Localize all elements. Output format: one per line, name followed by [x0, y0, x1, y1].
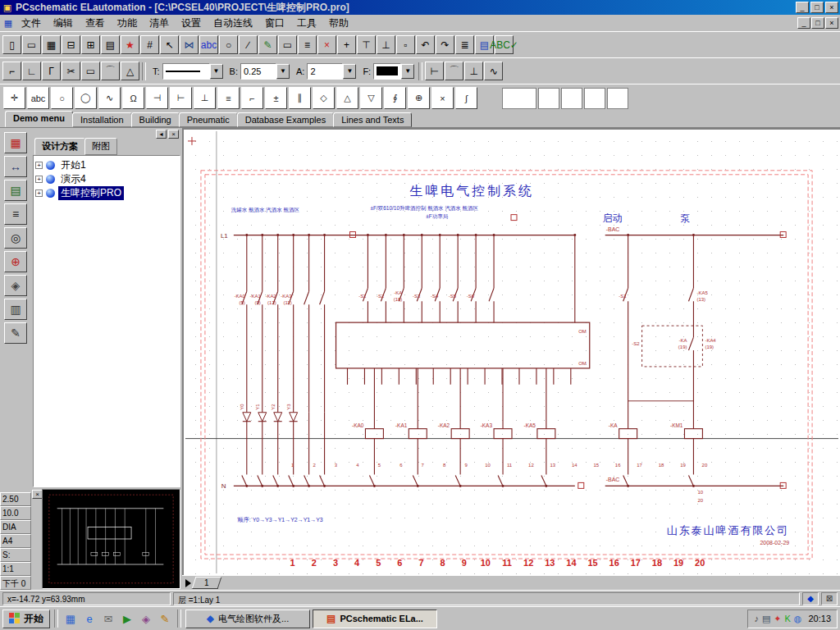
dismiss-icon[interactable]: ⊠	[821, 592, 838, 605]
symbol-button[interactable]: ∿	[98, 87, 121, 109]
symbol-button[interactable]: ⊢	[170, 87, 192, 109]
symbol-menu-tab[interactable]: Pneumatic	[179, 112, 238, 127]
symbol-button[interactable]: ⌐	[241, 87, 263, 109]
menu-item[interactable]: 自动连线	[208, 15, 258, 32]
mdi-restore-button[interactable]: □	[811, 17, 824, 29]
symbol-menu-tab[interactable]: Database Examples	[237, 112, 334, 127]
arc-line-tool[interactable]: ⌒	[445, 62, 463, 80]
expander-icon[interactable]: +	[35, 176, 43, 183]
symbol-button[interactable]: ◯	[75, 87, 97, 109]
area-tool-button[interactable]: ▭	[278, 35, 297, 54]
schematic-canvas[interactable]: 生啤电气控制系统洗罐水 瓶酒水 汽酒水 瓶酒区±F/双610/10升啤酒控制 瓶…	[182, 128, 840, 575]
arc-tool[interactable]: ⌒	[101, 62, 120, 80]
line-width-combo[interactable]: B: 0.25 ▼	[227, 63, 290, 80]
object-list-button[interactable]: ≡	[4, 203, 27, 225]
pan-button[interactable]: ↔	[4, 156, 27, 177]
crosshair-button[interactable]: ⊕	[4, 251, 27, 272]
expander-icon[interactable]: +	[35, 162, 43, 169]
snap-grid-button[interactable]: ▦	[4, 132, 27, 153]
polyline-tool[interactable]: ⌐	[2, 62, 21, 80]
network-icon[interactable]: ◍	[794, 614, 802, 624]
symbol-generator-button[interactable]: ★	[121, 35, 139, 54]
rotate-button[interactable]: ◈	[4, 275, 27, 296]
potential-tool[interactable]: ⊥	[464, 62, 483, 80]
symbol-button[interactable]: ⊥	[194, 87, 216, 109]
symbol-button[interactable]: ◇	[313, 87, 335, 109]
line-type-combo[interactable]: T: ▼	[150, 63, 223, 80]
sidebar-tab[interactable]: 设计方案	[34, 138, 85, 155]
expander-icon[interactable]: +	[35, 189, 43, 197]
symbol-button[interactable]: ×	[431, 87, 454, 109]
notes-button[interactable]: ▥	[4, 299, 27, 320]
page-tab[interactable]: 1	[192, 577, 221, 589]
move-button[interactable]: +	[337, 35, 356, 54]
menu-item[interactable]: 帮助	[323, 15, 354, 32]
symbol-button[interactable]: ○	[51, 87, 73, 109]
menu-item[interactable]: 窗口	[259, 15, 290, 32]
dock-button[interactable]: ◂	[156, 130, 167, 139]
symbol-button[interactable]: ▽	[360, 87, 382, 109]
angle-combo[interactable]: A: 2 ▼	[294, 63, 356, 80]
reference-button[interactable]: ⊤	[357, 35, 376, 54]
menu-item[interactable]: 工具	[291, 15, 322, 32]
triangle-tool[interactable]: △	[121, 62, 139, 80]
symbol-button[interactable]: ⊣	[146, 87, 168, 109]
symbol-slot[interactable]	[502, 88, 536, 109]
symbol-button[interactable]: ✛	[3, 87, 25, 109]
symbol-slot[interactable]	[561, 88, 582, 109]
mdi-minimize-button[interactable]: _	[797, 17, 810, 29]
symbol-button[interactable]: abc	[27, 87, 49, 109]
wave-tool[interactable]: ∿	[484, 62, 503, 80]
line-tool-button[interactable]: ∕	[239, 35, 258, 54]
grid-button[interactable]: #	[140, 35, 159, 54]
menu-item[interactable]: 清单	[144, 15, 175, 32]
show-desktop-icon[interactable]: ▦	[62, 610, 79, 627]
symbol-menu-tab[interactable]: Installation	[72, 112, 132, 127]
symbol-button[interactable]: ∥	[289, 87, 311, 109]
open-button[interactable]: ▭	[22, 35, 41, 54]
text-tool-button[interactable]: abc	[199, 35, 218, 54]
pointer-button[interactable]: ↖	[160, 35, 179, 54]
close-button[interactable]: ×	[825, 2, 838, 13]
browser-icon[interactable]: e	[81, 610, 98, 627]
symbol-button[interactable]: ≡	[217, 87, 240, 109]
object-list-button[interactable]: ≣	[455, 35, 474, 54]
angle-dropdown-icon[interactable]: ▼	[343, 64, 356, 79]
symbol-button[interactable]: ∫	[455, 87, 477, 109]
edit-button[interactable]: ✎	[4, 322, 27, 344]
corner-tool[interactable]: ∟	[22, 62, 41, 80]
symbol-button[interactable]: △	[336, 87, 358, 109]
symbol-browser-button[interactable]: ⋈	[180, 35, 199, 54]
spell-check-button[interactable]: ABC✓	[495, 35, 514, 54]
symbol-slot[interactable]	[584, 88, 605, 109]
color-combo[interactable]: F: ▼	[360, 63, 414, 80]
minimize-button[interactable]: _	[796, 2, 809, 13]
cut-tool[interactable]: ✂	[62, 62, 80, 80]
zoom-button[interactable]: ◎	[4, 227, 27, 249]
task-button[interactable]: ◆ 电气绘图软件及...	[185, 609, 310, 628]
alert-icon[interactable]: ✦	[774, 614, 781, 624]
redo-button[interactable]: ↷	[436, 35, 454, 54]
line-type-dropdown-icon[interactable]: ▼	[210, 64, 223, 79]
tree-item[interactable]: + 开始1	[35, 158, 178, 172]
symbol-menu-tab[interactable]: Building	[131, 112, 180, 127]
panel-close-button[interactable]: ×	[168, 130, 179, 139]
symbol-button[interactable]: ∮	[384, 87, 406, 109]
symbol-button[interactable]: ⊕	[408, 87, 430, 109]
print-button[interactable]: ⊟	[62, 35, 80, 54]
color-dropdown-icon[interactable]: ▼	[401, 64, 414, 79]
menu-item[interactable]: 功能	[112, 15, 143, 32]
page-setup-button[interactable]: ▤	[101, 35, 120, 54]
mdi-close-button[interactable]: ×	[825, 17, 838, 29]
disk-icon[interactable]: ◆	[802, 592, 819, 605]
menu-item[interactable]: 文件	[16, 15, 47, 32]
pencil-tool-button[interactable]: ✎	[258, 35, 277, 54]
rectangle-tool[interactable]: ▭	[81, 62, 100, 80]
tool-icon[interactable]: ◈	[138, 610, 154, 627]
save-button[interactable]: ▦	[42, 35, 61, 54]
zoom-box-button[interactable]: ▫	[396, 35, 415, 54]
start-button[interactable]: 开始	[2, 609, 50, 628]
symbol-button[interactable]: ±	[265, 87, 287, 109]
symbol-slot[interactable]	[538, 88, 559, 109]
menu-item[interactable]: 编辑	[48, 15, 79, 32]
